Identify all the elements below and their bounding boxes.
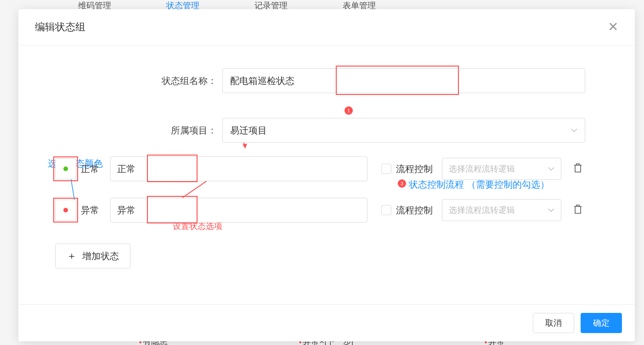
annotation-badge-1: 1 (345, 106, 353, 115)
flow-checkbox-label: 流程控制 (396, 204, 433, 217)
status-name-input[interactable] (110, 156, 367, 181)
status-row: 正常 流程控制 选择流程流转逻辑 (55, 156, 618, 181)
color-dot-icon (63, 208, 68, 212)
plus-icon: ＋ (67, 249, 77, 263)
modal-body: 1 2 3 选择状态颜色 状态控制流程 （需要控制的勾选） 设置状态选项 状态组… (18, 45, 635, 304)
flow-checkbox[interactable] (381, 164, 391, 174)
status-row: 异常 流程控制 选择流程流转逻辑 (55, 198, 618, 223)
form-row-name: 状态组名称： (150, 68, 618, 93)
form-row-project: 所属项目： 易迁项目 (150, 118, 618, 143)
chevron-down-icon (548, 165, 554, 172)
edit-status-group-modal: 编辑状态组 ✕ 1 2 3 选择状态颜色 状态控制流程 （需要控制的勾选） 设置… (18, 9, 635, 341)
project-select[interactable]: 易迁项目 (222, 118, 585, 143)
name-label: 状态组名称： (150, 75, 222, 87)
modal-title: 编辑状态组 (35, 20, 85, 34)
flow-select-placeholder: 选择流程流转逻辑 (449, 163, 515, 174)
confirm-button[interactable]: 确定 (581, 313, 622, 333)
color-swatch-wrap (55, 158, 76, 179)
close-icon: ✕ (608, 20, 618, 34)
color-swatch-button[interactable] (55, 200, 76, 221)
trash-icon (573, 165, 582, 175)
flow-checkbox-wrap: 流程控制 (381, 204, 433, 217)
status-group-name-input[interactable] (222, 68, 585, 93)
chevron-down-icon (571, 127, 577, 134)
flow-select-placeholder: 选择流程流转逻辑 (449, 205, 515, 216)
flow-checkbox-wrap: 流程控制 (381, 163, 433, 175)
trash-icon (573, 206, 582, 216)
color-dot-icon (63, 167, 68, 171)
modal-header: 编辑状态组 ✕ (18, 9, 635, 45)
flow-logic-select[interactable]: 选择流程流转逻辑 (442, 199, 561, 221)
delete-status-button[interactable] (571, 201, 585, 219)
project-label: 所属项目： (150, 124, 222, 137)
chevron-down-icon (548, 206, 554, 214)
flow-checkbox-label: 流程控制 (396, 163, 433, 175)
add-status-label: 增加状态 (82, 250, 119, 262)
delete-status-button[interactable] (571, 160, 585, 178)
color-swatch-wrap (55, 200, 76, 221)
cancel-button[interactable]: 取消 (533, 313, 574, 333)
flow-checkbox[interactable] (381, 205, 391, 215)
add-status-button[interactable]: ＋ 增加状态 (55, 244, 130, 268)
color-swatch-button[interactable] (55, 158, 76, 179)
svg-marker-1 (243, 144, 247, 148)
close-button[interactable]: ✕ (608, 21, 618, 33)
modal-footer: 取消 确定 (18, 304, 635, 341)
project-select-value: 易迁项目 (230, 124, 267, 137)
flow-logic-select[interactable]: 选择流程流转逻辑 (442, 158, 561, 180)
status-hint: 正常 (81, 163, 104, 175)
status-hint: 异常 (81, 204, 104, 217)
status-name-input[interactable] (110, 198, 367, 223)
